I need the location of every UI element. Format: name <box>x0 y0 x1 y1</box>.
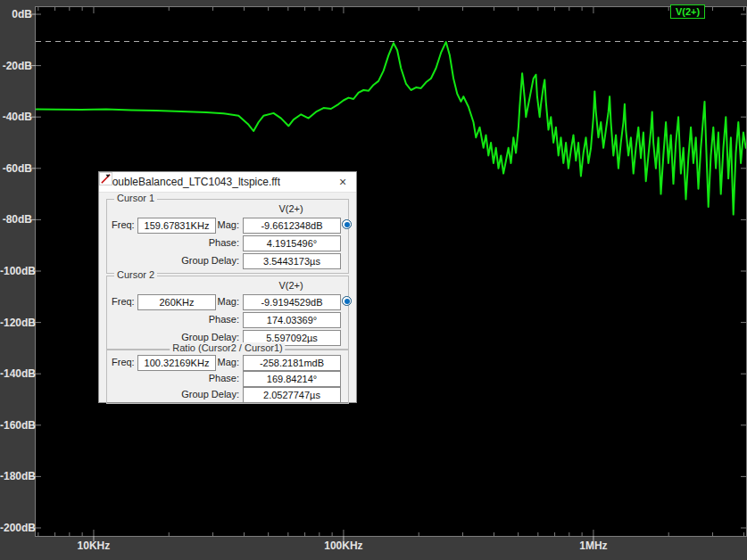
cursor1-phase-value[interactable]: 4.1915496° <box>243 235 341 251</box>
dialog-title: DoubleBalanced_LTC1043_ltspice.fft <box>104 176 280 188</box>
cursor-dialog-body: Cursor 1 V(2+) Freq: 159.67831KHz Mag: -… <box>99 192 356 402</box>
x-axis-label: 1MHz <box>558 539 629 552</box>
cursor2-group-title: Cursor 2 <box>114 269 157 280</box>
ratio-mag-label: Mag: <box>159 357 239 367</box>
cursor1-group-delay-value[interactable]: 3.5443173µs <box>243 253 341 269</box>
y-axis-label: 0dB <box>0 8 32 21</box>
y-axis-label: -20dB <box>0 60 32 72</box>
cursor2-group: Cursor 2 V(2+) Freq: 260KHz Mag: -9.9194… <box>106 276 349 350</box>
y-axis-label: -40dB <box>0 111 32 123</box>
ratio-group-delay-label: Group Delay: <box>159 389 239 399</box>
cursor1-group-delay-label: Group Delay: <box>159 255 239 266</box>
y-axis-label: -160dB <box>0 419 32 432</box>
cursor1-mag-radio[interactable] <box>342 219 352 229</box>
cursor2-group-delay-label: Group Delay: <box>159 332 239 342</box>
cursor1-group-title: Cursor 1 <box>114 193 157 203</box>
trace-legend[interactable]: V(2+) <box>670 4 705 19</box>
y-axis-label: -80dB <box>0 213 32 226</box>
x-axis-label: 10KHz <box>58 539 129 552</box>
cursor1-group: Cursor 1 V(2+) Freq: 159.67831KHz Mag: -… <box>106 199 349 274</box>
trace-legend-label: V(2+) <box>676 6 700 17</box>
y-axis-label: -120dB <box>0 317 32 329</box>
cursor2-mag-label: Mag: <box>159 296 239 307</box>
cursor2-mag-radio[interactable] <box>342 296 352 306</box>
y-axis-label: -140dB <box>0 367 32 380</box>
cursor1-trace-label: V(2+) <box>243 203 339 214</box>
y-axis-label: -100dB <box>0 265 32 277</box>
cursor1-mag-label: Mag: <box>159 219 239 230</box>
cursor2-freq-label: Freq: <box>112 296 135 307</box>
dialog-icon <box>99 172 112 185</box>
cursor1-freq-label: Freq: <box>112 219 135 230</box>
cursor-dialog: DoubleBalanced_LTC1043_ltspice.fft × Cur… <box>98 171 357 403</box>
cursor2-mag-value[interactable]: -9.9194529dB <box>243 294 341 310</box>
x-axis-label: 100KHz <box>308 539 379 552</box>
ratio-group-delay-value[interactable]: 2.0527747µs <box>243 387 341 403</box>
cursor1-phase-label: Phase: <box>159 237 239 248</box>
ratio-mag-value[interactable]: -258.2181mdB <box>243 355 341 371</box>
ratio-phase-value[interactable]: 169.84214° <box>243 371 341 387</box>
cursor-dialog-titlebar[interactable]: DoubleBalanced_LTC1043_ltspice.fft × <box>99 172 356 193</box>
cursor2-phase-label: Phase: <box>159 314 239 325</box>
y-axis-label: -60dB <box>0 162 32 175</box>
ratio-group-title: Ratio (Cursor2 / Cursor1) <box>170 342 285 353</box>
ltspice-fft-window: 0dB-20dB-40dB-60dB-80dB-100dB-120dB-140d… <box>0 0 747 560</box>
y-axis-label: -180dB <box>0 470 32 482</box>
ratio-group: Ratio (Cursor2 / Cursor1) Freq: 100.3216… <box>106 349 349 404</box>
dialog-close-button[interactable]: × <box>335 174 351 190</box>
ratio-freq-label: Freq: <box>112 357 135 367</box>
cursor1-mag-value[interactable]: -9.6612348dB <box>243 218 341 234</box>
cursor2-phase-value[interactable]: 174.03369° <box>243 312 341 328</box>
cursor2-trace-label: V(2+) <box>243 280 339 291</box>
ratio-phase-label: Phase: <box>159 373 239 383</box>
y-axis-label: -200dB <box>0 522 32 534</box>
